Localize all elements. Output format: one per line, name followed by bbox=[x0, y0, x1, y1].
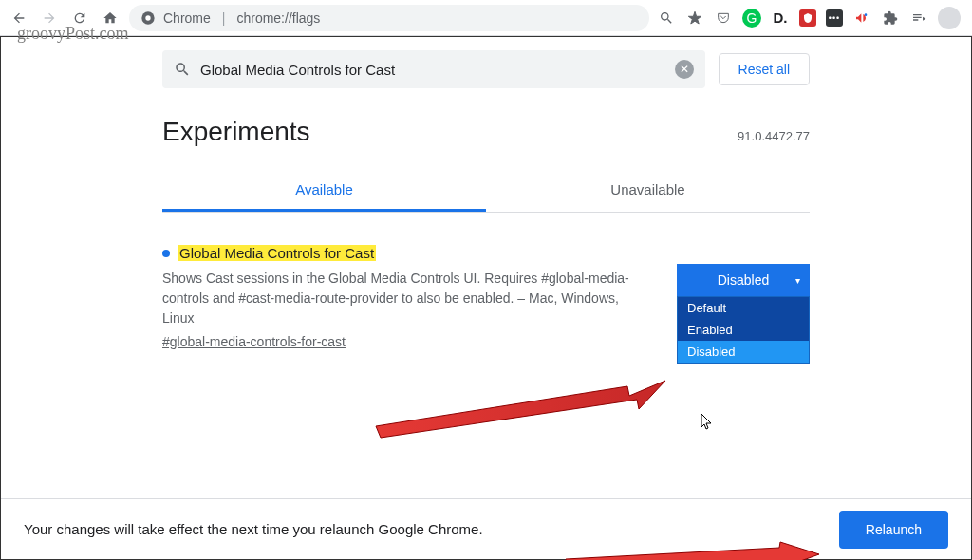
dropdown-option-disabled[interactable]: Disabled bbox=[678, 341, 809, 363]
mouse-cursor bbox=[701, 413, 714, 432]
extensions-icon[interactable] bbox=[881, 9, 900, 28]
tab-unavailable[interactable]: Unavailable bbox=[486, 170, 810, 212]
dropdown-option-default[interactable]: Default bbox=[678, 297, 809, 319]
dropdown-option-enabled[interactable]: Enabled bbox=[678, 319, 809, 341]
flag-hash[interactable]: #global-media-controls-for-cast bbox=[162, 334, 654, 349]
tabs: Available Unavailable bbox=[162, 170, 810, 213]
clear-search-button[interactable]: ✕ bbox=[675, 60, 694, 79]
annotation-arrow-1 bbox=[371, 369, 675, 445]
home-button[interactable] bbox=[99, 7, 122, 29]
dropdown-selected-label: Disabled bbox=[718, 272, 769, 288]
forward-button[interactable] bbox=[38, 7, 61, 29]
search-box[interactable]: ✕ bbox=[162, 50, 705, 88]
star-icon[interactable] bbox=[685, 9, 704, 28]
relaunch-button[interactable]: Relaunch bbox=[839, 511, 948, 549]
svg-marker-3 bbox=[376, 381, 665, 438]
footer-bar: Your changes will take effect the next t… bbox=[1, 498, 971, 559]
reset-all-button[interactable]: Reset all bbox=[719, 53, 810, 85]
flag-description: Shows Cast sessions in the Global Media … bbox=[162, 269, 654, 328]
lastpass-icon[interactable]: ••• bbox=[826, 9, 843, 27]
url-separator: | bbox=[222, 10, 226, 26]
megaphone-icon[interactable] bbox=[852, 9, 871, 28]
profile-avatar[interactable] bbox=[938, 7, 961, 29]
address-bar[interactable]: Chrome | chrome://flags bbox=[129, 5, 649, 31]
footer-message: Your changes will take effect the next t… bbox=[24, 521, 483, 537]
tab-available[interactable]: Available bbox=[162, 170, 486, 212]
chevron-down-icon: ▾ bbox=[795, 275, 800, 286]
modified-dot bbox=[162, 250, 170, 257]
reload-button[interactable] bbox=[68, 7, 91, 29]
zoom-icon[interactable] bbox=[657, 9, 676, 28]
dropdown-selected[interactable]: Disabled ▾ bbox=[677, 264, 810, 296]
url-path: chrome://flags bbox=[236, 10, 320, 26]
flag-item: Global Media Controls for Cast Shows Cas… bbox=[1, 213, 971, 349]
toolbar-icons: G D. ••• bbox=[657, 7, 964, 29]
browser-toolbar: Chrome | chrome://flags G D. ••• bbox=[0, 0, 972, 36]
flag-dropdown[interactable]: Disabled ▾ Default Enabled Disabled bbox=[677, 264, 810, 296]
search-input[interactable] bbox=[200, 62, 665, 78]
version-label: 91.0.4472.77 bbox=[738, 129, 810, 143]
page-title: Experiments bbox=[162, 117, 310, 147]
svg-point-2 bbox=[865, 13, 868, 16]
content-frame: ✕ Reset all Experiments 91.0.4472.77 Ava… bbox=[0, 36, 972, 560]
playlist-icon[interactable] bbox=[909, 9, 928, 28]
pocket-icon[interactable] bbox=[714, 9, 733, 28]
grammarly-icon[interactable]: G bbox=[742, 9, 761, 28]
url-label: Chrome bbox=[163, 10, 211, 26]
search-icon bbox=[174, 61, 191, 78]
back-button[interactable] bbox=[8, 7, 30, 29]
d-icon[interactable]: D. bbox=[771, 9, 790, 28]
flag-title: Global Media Controls for Cast bbox=[178, 245, 376, 261]
ublock-icon[interactable] bbox=[799, 9, 816, 27]
chrome-icon bbox=[140, 10, 156, 26]
svg-point-1 bbox=[145, 15, 150, 20]
dropdown-list: Default Enabled Disabled bbox=[677, 296, 810, 364]
